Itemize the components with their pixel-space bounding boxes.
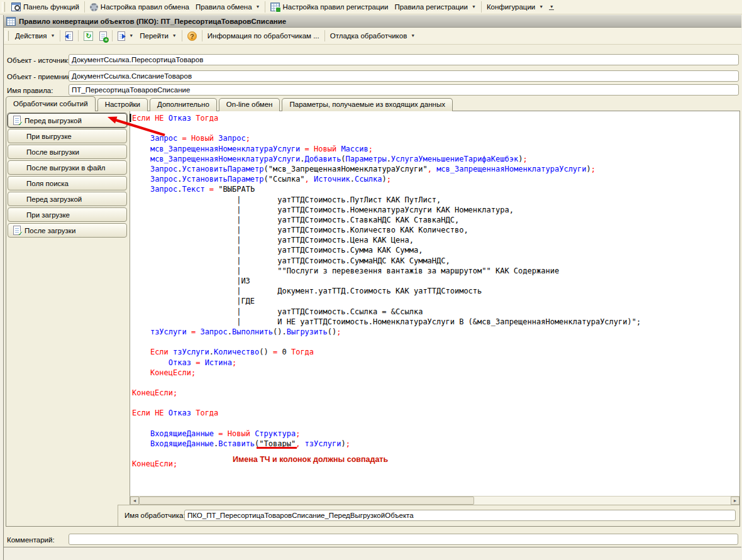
help-icon: ? <box>187 31 197 41</box>
copy-add-button[interactable]: + <box>96 30 110 42</box>
scroll-track[interactable] <box>474 497 731 505</box>
tab-settings[interactable]: Настройки <box>97 98 148 111</box>
scroll-left-icon[interactable]: ◄ <box>130 497 139 505</box>
refresh-button[interactable]: ↻ <box>80 30 96 42</box>
toolbar-separator <box>265 1 265 13</box>
goto-icon-button[interactable]: ▼ <box>114 30 136 42</box>
code-line: ВходящиеДанные = Новый Структура; <box>132 429 739 439</box>
toolbar-separator <box>84 1 85 13</box>
toolbar-separator <box>182 30 182 41</box>
toolbar-grip[interactable] <box>6 31 9 41</box>
handler-name-field[interactable] <box>184 510 736 521</box>
table-icon <box>6 17 16 26</box>
exchange-rules-menu[interactable]: Правила обмена▼ <box>192 2 263 12</box>
dropdown-arrow-icon: ▼ <box>539 4 543 9</box>
code-line: | И НЕ уатТТДСтоимость.НоменклатураУслуг… <box>132 317 739 327</box>
receiver-object-field[interactable] <box>69 70 739 82</box>
toolbar-button-label: Отладка обработчиков <box>330 32 407 40</box>
toolbar-separator <box>60 30 60 41</box>
rule-name-field[interactable] <box>69 84 739 96</box>
registration-rules-setup-button[interactable]: Настройка правил регистрации <box>267 1 391 13</box>
handler-icon: ✓ <box>13 116 21 125</box>
scroll-thumb[interactable] <box>139 497 474 505</box>
handler-after-export[interactable]: После выгрузки <box>8 145 127 159</box>
tab-event-handlers[interactable]: Обработчики событий <box>6 96 96 111</box>
handler-after-import[interactable]: ✓После загрузки <box>8 223 127 238</box>
tab-strip: Обработчики событийНастройкиДополнительн… <box>6 97 455 111</box>
code-line: КонецЕсли; <box>132 459 739 469</box>
toolbar-button-label: Панель функций <box>23 3 79 11</box>
code-editor[interactable]: Если НЕ Отказ Тогда Запрос = Новый Запро… <box>130 111 739 496</box>
dropdown-arrow-icon: ▼ <box>129 33 133 38</box>
tab-label: On-line обмен <box>226 101 273 108</box>
code-line: мсв_ЗапрещеннаяНоменклатураУслуги = Новы… <box>132 144 739 154</box>
comment-field[interactable] <box>69 534 738 545</box>
toolbar-grip[interactable] <box>2 2 5 12</box>
goto-icon <box>118 31 125 41</box>
handler-name-label: Имя обработчика: <box>125 512 186 519</box>
handler-icon: ✓ <box>13 226 21 235</box>
code-line: |ГДЕ <box>132 296 739 306</box>
tab-label: Параметры, получаемые из входящих данных <box>289 101 445 108</box>
actions-menu[interactable]: Действия▼ <box>12 31 58 41</box>
code-line <box>132 123 739 133</box>
handler-on-export[interactable]: При выгрузке <box>8 129 127 143</box>
code-line <box>132 419 739 429</box>
window-titlebar[interactable]: Правило конвертации объектов (ПКО): ПТ_П… <box>4 15 741 28</box>
code-text: Если НЕ Отказ Тогда Запрос = Новый Запро… <box>130 111 739 469</box>
toolbar-button-label: Настройка правил обмена <box>101 3 189 11</box>
handler-on-import[interactable]: При загрузке <box>8 207 127 222</box>
toolbar-overflow-icon[interactable]: ▾ <box>549 4 554 10</box>
code-line: | уатТТДСтоимость.ПутЛист КАК ПутЛист, <box>132 195 739 205</box>
goto-menu[interactable]: Перейти▼ <box>136 31 180 41</box>
code-line <box>132 449 739 459</box>
code-line: Запрос.Текст = "ВЫБРАТЬ <box>132 184 739 194</box>
handlers-info-button[interactable]: Информация по обработчикам ... <box>204 31 323 41</box>
source-object-field[interactable] <box>69 54 739 65</box>
handler-after-export-to-file[interactable]: После выгрузки в файл <box>8 160 127 175</box>
workspace-left-edge <box>3 547 4 560</box>
handler-list: ✓Перед выгрузкойПри выгрузкеПосле выгруз… <box>8 113 128 239</box>
code-line: Запрос = Новый Запрос; <box>132 133 739 143</box>
help-button[interactable]: ? <box>184 30 200 42</box>
tab-incoming-params[interactable]: Параметры, получаемые из входящих данных <box>282 98 452 111</box>
handler-before-export[interactable]: ✓Перед выгрузкой <box>8 113 127 128</box>
dropdown-arrow-icon: ▼ <box>256 4 260 9</box>
registration-icon <box>270 3 280 11</box>
dropdown-arrow-icon: ▼ <box>411 33 415 38</box>
toolbar-button-label: Правила обмена <box>196 3 252 11</box>
tab-label: Дополнительно <box>157 101 209 108</box>
toolbar-separator <box>112 30 113 41</box>
tab-online-exchange[interactable]: On-line обмен <box>219 98 280 111</box>
function-panel-button[interactable]: Панель функций <box>8 1 82 13</box>
pko-window: Правило конвертации объектов (ПКО): ПТ_П… <box>3 15 741 547</box>
dropdown-arrow-icon: ▼ <box>172 33 177 38</box>
code-line: Если тзУслуги.Количество() = 0 Тогда <box>132 347 739 357</box>
handler-search-fields[interactable]: Поля поиска <box>8 176 127 190</box>
handlers-debug-menu[interactable]: Отладка обработчиков▼ <box>327 31 418 41</box>
toolbar-separator <box>78 30 79 41</box>
handler-before-import[interactable]: Перед загрузкой <box>8 192 127 206</box>
code-line: | уатТТДСтоимость.СтавкаНДС КАК СтавкаНД… <box>132 215 739 225</box>
scroll-right-icon[interactable]: ► <box>731 497 739 505</box>
handler-button-label: Перед загрузкой <box>26 195 82 203</box>
handler-button-label: После выгрузки в файл <box>26 164 106 172</box>
code-line: Если НЕ Отказ Тогда <box>132 113 739 123</box>
tab-additional[interactable]: Дополнительно <box>150 98 217 111</box>
code-line: | Документ.уатТТД.Стоимость КАК уатТТДСт… <box>132 286 739 296</box>
registration-rules-menu[interactable]: Правила регистрации▼ <box>391 2 479 12</box>
refresh-icon: ↻ <box>84 31 93 41</box>
code-line: | уатТТДСтоимость.СуммаНДС КАК СуммаНДС, <box>132 256 739 266</box>
exchange-rules-setup-button[interactable]: Настройка правил обмена <box>87 2 192 13</box>
code-hscrollbar[interactable]: ◄ ► <box>130 496 739 505</box>
toolbar-separator <box>481 1 482 13</box>
write-icon <box>65 31 73 41</box>
code-line: Отказ = Истина; <box>132 358 739 368</box>
toolbar-button-label: Конфигурации <box>487 3 535 11</box>
write-button[interactable] <box>62 30 76 42</box>
comment-label: Комментарий: <box>7 536 55 544</box>
main-toolbar-items: Панель функцийНастройка правил обменаПра… <box>8 1 546 13</box>
code-line: тзУслуги = Запрос.Выполнить().Выгрузить(… <box>132 327 739 337</box>
configurations-menu[interactable]: Конфигурации▼ <box>484 2 546 12</box>
gear-icon <box>90 3 98 11</box>
